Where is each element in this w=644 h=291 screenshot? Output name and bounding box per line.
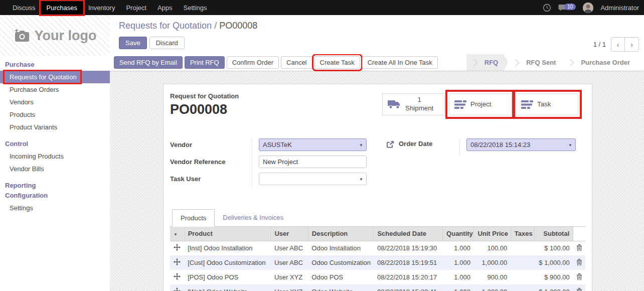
delete-row-icon[interactable] <box>573 284 585 291</box>
cell-product[interactable]: [Web] Odoo Website <box>184 284 271 291</box>
action-button[interactable]: Create Task <box>314 56 360 69</box>
status-step[interactable]: RFQ Sent <box>508 54 563 71</box>
pager-previous-button[interactable]: ‹ <box>611 38 625 51</box>
record-type-label: Request for Quotation <box>170 92 239 100</box>
sidebar-item[interactable]: Products <box>0 108 110 121</box>
cell-scheduled-date[interactable]: 08/22/2018 15:19:51 <box>374 255 443 270</box>
column-header-unit-price[interactable]: Unit Price <box>474 227 511 241</box>
column-header-subtotal[interactable]: Subtotal <box>534 227 573 241</box>
save-button[interactable]: Save <box>119 37 147 49</box>
cell-description[interactable]: Odoo Installation <box>308 241 374 255</box>
delete-row-icon[interactable] <box>573 270 585 284</box>
cell-user[interactable]: User ABC <box>271 241 308 255</box>
action-button[interactable]: Confirm Order <box>227 56 279 69</box>
sidebar-item[interactable]: Product Variants <box>0 121 110 133</box>
sidebar-item[interactable]: Settings <box>0 202 110 214</box>
shipment-stat-button[interactable]: 1Shipment <box>382 93 445 115</box>
action-button[interactable]: Send RFQ by Email <box>114 56 183 69</box>
project-label: Project <box>470 100 491 109</box>
topbar-app[interactable]: Discuss <box>7 2 41 14</box>
cell-user[interactable]: User XYZ <box>271 284 308 291</box>
drag-handle-icon[interactable] <box>170 284 184 291</box>
cell-taxes[interactable] <box>511 241 534 255</box>
cell-subtotal[interactable]: $ 100.00 <box>534 241 573 255</box>
cell-product[interactable]: [Inst] Odoo Installation <box>184 241 271 255</box>
column-header-product[interactable]: Product <box>184 227 271 241</box>
breadcrumb-current: PO00008 <box>219 21 257 31</box>
delete-row-icon[interactable] <box>573 255 585 270</box>
order-date-select[interactable]: 08/22/2018 15:14:23▼ <box>466 138 576 151</box>
cell-unit-price[interactable]: 1,000.00 <box>474 255 511 270</box>
topbar-app[interactable]: Purchases <box>41 2 83 14</box>
vendor-select[interactable]: ASUSTeK▼ <box>259 138 367 151</box>
task-user-select[interactable]: ▼ <box>259 173 367 185</box>
company-logo[interactable]: Your logo <box>0 15 110 56</box>
cell-product[interactable]: [Cust] Odoo Customization <box>184 255 271 270</box>
status-step[interactable]: RFQ <box>466 54 508 71</box>
vendor-reference-input[interactable]: New Project <box>259 156 367 168</box>
activities-clock-icon[interactable] <box>543 4 551 12</box>
cell-subtotal[interactable]: $ 1,000.00 <box>534 255 573 270</box>
sort-column-header[interactable]: ▼ <box>170 227 184 241</box>
column-header-quantity[interactable]: Quantity <box>443 227 474 241</box>
cell-user[interactable]: User ABC <box>271 255 308 270</box>
delete-row-icon[interactable] <box>573 241 585 255</box>
column-header-scheduled-date[interactable]: Scheduled Date <box>374 227 443 241</box>
discard-button[interactable]: Discard <box>149 37 185 49</box>
cell-unit-price[interactable]: 100.00 <box>474 241 511 255</box>
user-avatar[interactable] <box>583 3 593 13</box>
cell-user[interactable]: User XYZ <box>271 270 308 284</box>
external-link-icon[interactable] <box>386 140 395 149</box>
cell-quantity[interactable]: 1.000 <box>443 284 474 291</box>
pager-next-button[interactable]: › <box>625 38 638 51</box>
sidebar-item[interactable]: Vendor Bills <box>0 163 110 175</box>
table-row[interactable]: [POS] Odoo POS User XYZ Odoo POS 08/22/2… <box>170 270 585 284</box>
cell-taxes[interactable] <box>511 270 534 284</box>
cell-unit-price[interactable]: 900.00 <box>474 270 511 284</box>
cell-subtotal[interactable]: $ 900.00 <box>534 270 573 284</box>
cell-scheduled-date[interactable]: 08/22/2018 15:20:41 <box>374 284 443 291</box>
column-header-user[interactable]: User <box>271 227 308 241</box>
notebook-tab[interactable]: Deliveries & Invoices <box>215 209 291 227</box>
sidebar-item[interactable]: Requests for Quotation <box>0 71 110 83</box>
cell-taxes[interactable] <box>511 284 534 291</box>
table-row[interactable]: [Web] Odoo Website User XYZ Odoo Website… <box>170 284 585 291</box>
topbar-app[interactable]: Settings <box>178 2 213 14</box>
sidebar-item[interactable]: Incoming Products <box>0 150 110 163</box>
task-stat-button[interactable]: Task <box>516 93 578 115</box>
cell-description[interactable]: Odoo Website <box>308 284 374 291</box>
action-button[interactable]: Print RFQ <box>185 56 225 69</box>
topbar-app[interactable]: Project <box>120 2 151 14</box>
drag-handle-icon[interactable] <box>170 255 184 270</box>
cell-scheduled-date[interactable]: 08/22/2018 15:20:17 <box>374 270 443 284</box>
cell-quantity[interactable]: 1.000 <box>443 255 474 270</box>
cell-description[interactable]: Odoo POS <box>308 270 374 284</box>
cell-description[interactable]: Odoo Customization <box>308 255 374 270</box>
messages-indicator[interactable]: 10 <box>558 4 576 12</box>
column-header-description[interactable]: Description <box>308 227 374 241</box>
breadcrumb-parent-link[interactable]: Requests for Quotation <box>119 21 212 31</box>
topbar-app[interactable]: Inventory <box>83 2 120 14</box>
notebook-tab[interactable]: Products <box>172 209 215 227</box>
status-step[interactable]: Purchase Order <box>563 54 637 71</box>
action-button[interactable]: Create All In One Task <box>362 56 438 69</box>
project-stat-button[interactable]: Project <box>449 93 512 115</box>
table-row[interactable]: [Cust] Odoo Customization User ABC Odoo … <box>170 255 585 270</box>
drag-handle-icon[interactable] <box>170 241 184 255</box>
cell-quantity[interactable]: 1.000 <box>443 270 474 284</box>
table-row[interactable]: [Inst] Odoo Installation User ABC Odoo I… <box>170 241 585 255</box>
cell-taxes[interactable] <box>511 255 534 270</box>
cell-quantity[interactable]: 1.000 <box>443 241 474 255</box>
section-configuration-items: Settings <box>0 202 110 214</box>
column-header-taxes[interactable]: Taxes <box>511 227 534 241</box>
action-button[interactable]: Cancel <box>281 56 312 69</box>
sidebar-item[interactable]: Purchase Orders <box>0 83 110 96</box>
cell-unit-price[interactable]: 1,200.00 <box>474 284 511 291</box>
topbar-app[interactable]: Apps <box>152 2 178 14</box>
drag-handle-icon[interactable] <box>170 270 184 284</box>
sidebar-item[interactable]: Vendors <box>0 96 110 108</box>
cell-subtotal[interactable]: $ 1,200.00 <box>534 284 573 291</box>
cell-product[interactable]: [POS] Odoo POS <box>184 270 271 284</box>
cell-scheduled-date[interactable]: 08/22/2018 15:19:30 <box>374 241 443 255</box>
username-label[interactable]: Administrator <box>600 4 639 12</box>
